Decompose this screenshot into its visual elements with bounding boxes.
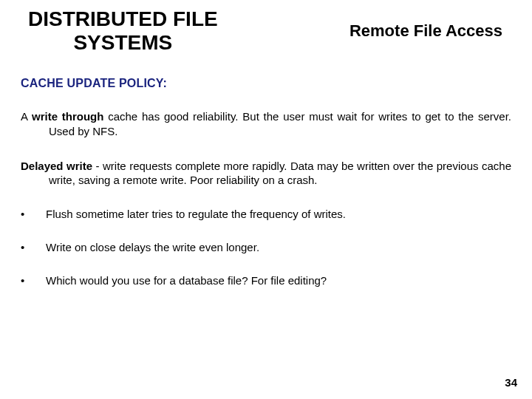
list-item: • Flush sometime later tries to regulate… [21,208,511,220]
para1-bold: write through [32,110,103,123]
list-item: • Write on close delays the write even l… [21,241,511,253]
para1-prefix: A [21,110,32,123]
slide-header: DISTRIBUTED FILE SYSTEMS Remote File Acc… [28,7,511,55]
bullet-dot-icon: • [21,208,35,220]
bullet-text: Which would you use for a database file?… [35,274,511,287]
paragraph-delayed-write: Delayed write - write requests complete … [21,159,511,187]
bullet-dot-icon: • [21,274,35,287]
bullet-text: Flush sometime later tries to regulate t… [35,208,511,220]
title-line-1: DISTRIBUTED FILE [28,7,218,30]
bullet-list: • Flush sometime later tries to regulate… [21,208,511,287]
slide-title: DISTRIBUTED FILE SYSTEMS [28,7,218,55]
para1-rest: cache has good reliability. But the user… [49,110,511,137]
bullet-text: Write on close delays the write even lon… [35,241,511,253]
slide-subtitle: Remote File Access [349,21,511,41]
para2-bold: Delayed write [21,160,92,172]
section-heading: CACHE UPDATE POLICY: [21,77,511,90]
list-item: • Which would you use for a database fil… [21,274,511,287]
paragraph-write-through: A write through cache has good reliabili… [21,109,511,137]
slide: DISTRIBUTED FILE SYSTEMS Remote File Acc… [0,0,532,399]
title-line-2: SYSTEMS [73,31,172,54]
bullet-dot-icon: • [21,241,35,253]
para2-rest: - write requests complete more rapidly. … [49,160,511,186]
page-number: 34 [505,376,517,389]
